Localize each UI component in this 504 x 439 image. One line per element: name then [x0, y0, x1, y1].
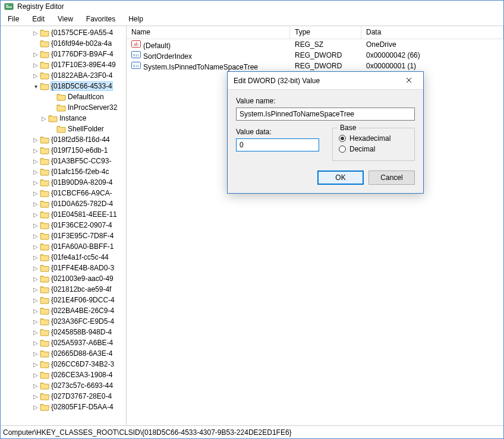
chevron-right-icon[interactable]: ▷ — [32, 339, 40, 347]
chevron-right-icon[interactable]: ▷ — [32, 371, 40, 379]
chevron-right-icon[interactable]: ▷ — [32, 274, 40, 283]
chevron-right-icon[interactable]: ▷ — [32, 200, 40, 208]
radio-hex[interactable]: Hexadecimal — [339, 134, 408, 143]
tree-node[interactable]: ▷{027D3767-28E0-4 — [1, 391, 126, 402]
chevron-down-icon[interactable]: ▾ — [32, 82, 40, 90]
tree-node[interactable]: ▷{01A3BF5C-CC93- — [1, 156, 126, 166]
tree-node[interactable]: ▷{01F3E95C-7D8F-4 — [1, 230, 126, 241]
chevron-right-icon[interactable]: ▷ — [32, 232, 40, 240]
tree-node[interactable]: ▷{021812bc-ae59-4f — [1, 284, 126, 295]
tree-node[interactable]: ▷{01E04581-4EEE-11 — [1, 209, 126, 220]
menu-favorites[interactable]: Favorites — [80, 14, 121, 24]
dialog-title: Edit DWORD (32-bit) Value — [234, 77, 320, 85]
tree-node[interactable]: ▷{01CBCF66-A9CA- — [1, 188, 126, 198]
chevron-right-icon[interactable]: ▷ — [40, 114, 48, 122]
tree-node[interactable]: ▷{021003e9-aac0-49 — [1, 273, 126, 284]
radio-dot-icon — [339, 135, 346, 142]
chevron-right-icon[interactable]: ▷ — [32, 168, 40, 176]
chevron-right-icon[interactable]: ▷ — [32, 253, 40, 261]
chevron-right-icon[interactable]: ▷ — [32, 50, 40, 58]
tree-node[interactable]: ▷{0245858B-948D-4 — [1, 327, 126, 337]
col-header-data[interactable]: Data — [361, 26, 503, 39]
tree-node[interactable]: ▷Instance — [1, 113, 126, 124]
folder-icon — [40, 296, 49, 304]
tree-node[interactable]: ▷{01B90D9A-8209-4 — [1, 177, 126, 188]
list-row[interactable]: 011SortOrderIndexREG_DWORD0x00000042 (66… — [127, 50, 503, 61]
tree-node[interactable]: ▷{01575CFE-9A55-4 — [1, 27, 126, 38]
col-header-type[interactable]: Type — [290, 26, 361, 39]
dialog-close-button[interactable] — [401, 75, 417, 87]
ok-button[interactable]: OK — [317, 170, 364, 185]
menu-help[interactable]: Help — [122, 14, 149, 24]
tree-node[interactable]: ShellFolder — [1, 124, 126, 134]
chevron-right-icon[interactable]: ▷ — [32, 157, 40, 165]
col-header-name[interactable]: Name — [127, 26, 290, 39]
menu-edit[interactable]: Edit — [26, 14, 51, 24]
tree-node[interactable]: ▷{01822ABA-23F0-4 — [1, 70, 126, 81]
chevron-right-icon[interactable]: ▷ — [32, 221, 40, 229]
chevron-right-icon[interactable]: ▷ — [32, 61, 40, 69]
chevron-right-icon[interactable]: ▷ — [32, 328, 40, 336]
dialog-titlebar[interactable]: Edit DWORD (32-bit) Value — [228, 72, 423, 90]
chevron-right-icon[interactable]: ▷ — [32, 285, 40, 293]
tree-node[interactable]: ▷{026CE3A3-1908-4 — [1, 369, 126, 380]
tree-node[interactable]: DefaultIcon — [1, 91, 126, 102]
tree-node[interactable]: ▷{023A36FC-E9D5-4 — [1, 316, 126, 327]
chevron-right-icon[interactable]: ▷ — [32, 242, 40, 251]
app-icon — [4, 2, 14, 11]
tree-node[interactable]: ▷{017F10E3-89E4-49 — [1, 59, 126, 70]
tree-node[interactable]: ▾{018D5C66-4533-4 — [1, 81, 126, 91]
chevron-right-icon[interactable]: ▷ — [32, 135, 40, 144]
chevron-right-icon[interactable]: ▷ — [32, 210, 40, 219]
list-row[interactable]: 011System.IsPinnedToNameSpaceTreeREG_DWO… — [127, 61, 503, 71]
chevron-right-icon[interactable]: ▷ — [32, 307, 40, 315]
tree-pane[interactable]: ▷{01575CFE-9A55-4{016fd94e-b02a-4a▷{0177… — [1, 26, 127, 425]
tree-node[interactable]: {016fd94e-b02a-4a — [1, 38, 126, 49]
label-value-data: Value data: — [236, 128, 319, 136]
tree-node[interactable]: ▷{022BA4BE-26C9-4 — [1, 305, 126, 316]
input-value-data[interactable] — [236, 138, 319, 151]
chevron-right-icon[interactable]: ▷ — [32, 146, 40, 154]
tree-node[interactable]: InProcServer32 — [1, 102, 126, 113]
tree-node[interactable]: ▷{01D0A625-782D-4 — [1, 198, 126, 209]
tree-label: {017F10E3-89E4-49 — [51, 61, 116, 69]
tree-label: {01E04581-4EEE-11 — [51, 210, 117, 219]
tree-label: {018D5C66-4533-4 — [51, 82, 112, 90]
chevron-right-icon[interactable]: ▷ — [32, 392, 40, 400]
chevron-right-icon[interactable]: ▷ — [32, 178, 40, 187]
chevron-right-icon[interactable]: ▷ — [32, 264, 40, 272]
chevron-right-icon[interactable]: ▷ — [32, 29, 40, 37]
tree-node[interactable]: ▷{01fe4a1f-cc5c-44 — [1, 252, 126, 263]
tree-node[interactable]: ▷{018f2d58-f16d-44 — [1, 134, 126, 145]
tree-node[interactable]: ▷{01F36CE2-0907-4 — [1, 220, 126, 230]
tree-node[interactable]: ▷{01776DF3-B9AF-4 — [1, 49, 126, 59]
chevron-right-icon[interactable]: ▷ — [32, 381, 40, 390]
menu-view[interactable]: View — [52, 14, 79, 24]
tree-node[interactable]: ▷{02665D88-6A3E-4 — [1, 348, 126, 359]
tree-node[interactable]: ▷{02805F1F-D5AA-4 — [1, 402, 126, 412]
tree-node[interactable]: ▷{026CC6D7-34B2-3 — [1, 359, 126, 369]
tree-node[interactable]: ▷{01FA60A0-BBFF-1 — [1, 241, 126, 252]
menu-file[interactable]: File — [2, 14, 25, 24]
chevron-right-icon[interactable]: ▷ — [32, 349, 40, 358]
tree-node[interactable]: ▷{01FF4E4B-8AD0-3 — [1, 263, 126, 273]
chevron-right-icon[interactable]: ▷ — [32, 296, 40, 304]
radio-dec[interactable]: Decimal — [339, 145, 408, 153]
chevron-right-icon[interactable]: ▷ — [32, 403, 40, 411]
cancel-button[interactable]: Cancel — [368, 170, 415, 185]
chevron-right-icon[interactable]: ▷ — [32, 71, 40, 80]
tree-node[interactable]: ▷{019f7150-e6db-1 — [1, 145, 126, 156]
tree-node[interactable]: ▷{0273c57c-6693-44 — [1, 380, 126, 391]
tree-node[interactable]: ▷{01afc156-f2eb-4c — [1, 166, 126, 177]
value-type: REG_DWORD — [290, 62, 361, 70]
chevron-right-icon[interactable]: ▷ — [32, 189, 40, 197]
chevron-right-icon[interactable]: ▷ — [32, 360, 40, 368]
tree-node[interactable]: ▷{021E4F06-9DCC-4 — [1, 295, 126, 305]
tree-node[interactable]: ▷{025A5937-A6BE-4 — [1, 337, 126, 348]
input-value-name[interactable] — [236, 108, 415, 121]
folder-icon — [40, 29, 49, 37]
list-row[interactable]: ab(Default)REG_SZOneDrive — [127, 39, 503, 50]
chevron-right-icon[interactable]: ▷ — [32, 317, 40, 326]
folder-icon — [40, 307, 49, 315]
tree-label: InProcServer32 — [68, 103, 117, 112]
